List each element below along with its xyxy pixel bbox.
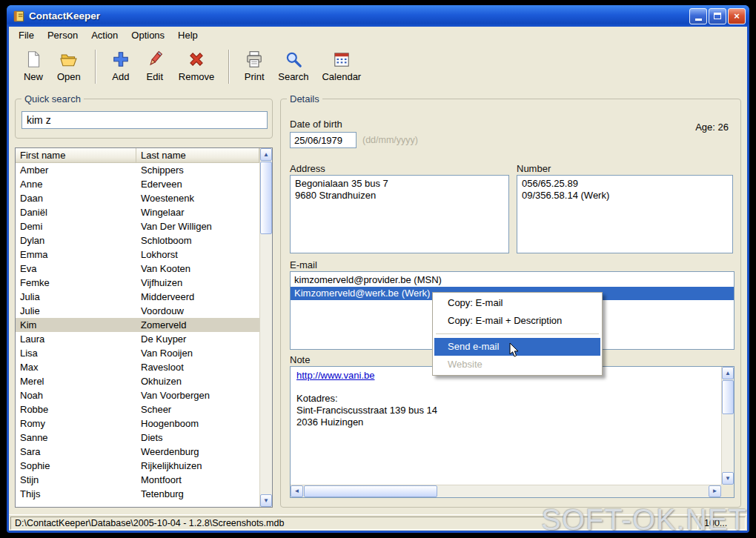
search-magnifier-icon xyxy=(283,49,304,70)
remove-button[interactable]: Remove xyxy=(172,47,221,84)
scroll-down-icon[interactable]: ▼ xyxy=(722,472,734,485)
note-vertical-scrollbar[interactable]: ▲ ▼ xyxy=(721,367,734,485)
context-menu-item[interactable]: Copy: E-mail + Description xyxy=(434,312,600,330)
contact-row[interactable]: FemkeVijfhuizen xyxy=(16,276,259,290)
tool-label: Print xyxy=(245,71,265,82)
contact-row[interactable]: EvaVan Kooten xyxy=(16,262,259,276)
menu-help[interactable]: Help xyxy=(171,27,205,43)
contact-row[interactable]: SaraWeerdenburg xyxy=(16,445,259,459)
scrollbar-corner xyxy=(721,485,734,497)
maximize-button[interactable] xyxy=(709,8,726,24)
scroll-thumb[interactable] xyxy=(304,485,437,497)
contact-last-name: Okhuizen xyxy=(136,374,259,388)
contact-row[interactable]: AmberSchippers xyxy=(16,163,259,177)
contact-row[interactable]: LisaVan Rooijen xyxy=(16,346,259,360)
window-title: ContactKeeper xyxy=(29,10,689,21)
address-field[interactable]: Begonialaan 35 bus 7 9680 Strandhuizen xyxy=(290,175,509,253)
printer-icon xyxy=(244,49,265,70)
contact-first-name: Stijn xyxy=(16,473,136,487)
contact-row[interactable]: StijnMontfoort xyxy=(16,473,259,487)
dob-input[interactable] xyxy=(290,132,357,148)
note-link[interactable]: http://www.vani.be xyxy=(296,370,375,381)
contact-last-name: De Kuyper xyxy=(136,332,259,346)
menu-action[interactable]: Action xyxy=(84,27,125,43)
quick-search-input[interactable] xyxy=(21,111,268,129)
details-label: Details xyxy=(287,93,322,104)
add-plus-icon xyxy=(110,49,131,70)
contact-row[interactable]: EmmaLokhorst xyxy=(16,248,259,262)
titlebar[interactable]: ContactKeeper × xyxy=(7,5,749,27)
scroll-down-icon[interactable]: ▼ xyxy=(260,494,272,507)
contact-row[interactable]: AnneEderveen xyxy=(16,177,259,191)
contact-row[interactable]: RomyHoogenboom xyxy=(16,416,259,431)
minimize-button[interactable] xyxy=(689,8,707,24)
edit-button[interactable]: Edit xyxy=(138,47,172,84)
contact-first-name: Sophie xyxy=(16,459,136,473)
contact-row[interactable]: DemiVan Der Willigen xyxy=(16,219,259,233)
contact-last-name: Van Der Willigen xyxy=(136,219,259,233)
tool-label: Search xyxy=(278,71,308,82)
contact-row[interactable]: DylanSchlotboom xyxy=(16,233,259,248)
context-menu-item[interactable]: Copy: E-mail xyxy=(434,294,600,312)
scroll-left-icon[interactable]: ◄ xyxy=(291,485,303,497)
contact-last-name: Hoogenboom xyxy=(136,416,259,431)
contact-row[interactable]: DaanWoestenenk xyxy=(16,191,259,205)
scroll-right-icon[interactable]: ► xyxy=(709,485,721,497)
contact-first-name: Anne xyxy=(16,177,136,191)
scroll-up-icon[interactable]: ▲ xyxy=(722,367,734,379)
contact-last-name: Rijkelijkhuizen xyxy=(136,459,259,473)
contact-row[interactable]: ThijsTetenburg xyxy=(16,487,259,501)
contact-row[interactable]: KimZomerveld xyxy=(16,318,259,332)
email-item[interactable]: kimzomerveld@provider.be (MSN) xyxy=(291,273,734,287)
column-last-name[interactable]: Last name xyxy=(136,148,259,163)
calendar-button[interactable]: Calendar xyxy=(315,47,368,84)
contact-row[interactable]: NoahVan Voorbergen xyxy=(16,388,259,402)
contact-row[interactable]: JulieVoordouw xyxy=(16,304,259,318)
new-button[interactable]: New xyxy=(16,47,50,84)
contact-last-name: Ederveen xyxy=(136,177,259,191)
minimize-icon xyxy=(695,19,702,21)
scroll-thumb[interactable] xyxy=(722,380,734,414)
tool-label: Calendar xyxy=(322,71,361,82)
contact-first-name: Sanne xyxy=(16,431,136,445)
note-horizontal-scrollbar[interactable]: ◄ ► xyxy=(291,485,721,497)
contact-last-name: Van Rooijen xyxy=(136,346,259,360)
contact-first-name: Merel xyxy=(16,374,136,388)
column-first-name[interactable]: First name xyxy=(16,148,136,163)
search-button[interactable]: Search xyxy=(271,47,315,84)
open-folder-icon xyxy=(59,49,79,70)
contact-first-name: Noah xyxy=(16,388,136,402)
contact-row[interactable]: RobbeScheer xyxy=(16,402,259,416)
close-button[interactable]: × xyxy=(728,8,746,24)
menu-person[interactable]: Person xyxy=(41,27,84,43)
watermark: SOFT-OK.NET xyxy=(541,503,747,537)
contact-last-name: Van Voorbergen xyxy=(136,388,259,402)
contact-row[interactable]: DaniëlWingelaar xyxy=(16,205,259,219)
number-field[interactable]: 056/65.25.89 09/356.58.14 (Werk) xyxy=(517,175,733,253)
open-button[interactable]: Open xyxy=(50,47,87,84)
app-icon xyxy=(13,10,26,23)
contact-first-name: Romy xyxy=(16,416,136,431)
age-value: Age: 26 xyxy=(695,122,729,133)
contact-row[interactable]: MerelOkhuizen xyxy=(16,374,259,388)
contact-row[interactable]: SophieRijkelijkhuizen xyxy=(16,459,259,473)
menu-options[interactable]: Options xyxy=(125,27,171,43)
contacts-scrollbar[interactable]: ▲ ▼ xyxy=(259,148,272,507)
contact-last-name: Wingelaar xyxy=(136,205,259,219)
context-menu: Copy: E-mailCopy: E-mail + DescriptionSe… xyxy=(432,292,603,376)
scroll-thumb[interactable] xyxy=(260,162,272,234)
add-button[interactable]: Add xyxy=(104,47,138,84)
contact-first-name: Robbe xyxy=(16,402,136,416)
tool-label: Edit xyxy=(147,71,163,82)
scroll-up-icon[interactable]: ▲ xyxy=(260,148,272,161)
contact-last-name: Woestenenk xyxy=(136,191,259,205)
contact-row[interactable]: LauraDe Kuyper xyxy=(16,332,259,346)
menu-file[interactable]: File xyxy=(12,27,41,43)
contact-first-name: Amber xyxy=(16,163,136,177)
contact-row[interactable]: JuliaMidderveerd xyxy=(16,290,259,304)
contact-row[interactable]: SanneDiets xyxy=(16,431,259,445)
mouse-cursor xyxy=(509,342,520,360)
note-field[interactable]: http://www.vani.be Kotadres: Sint-Franci… xyxy=(290,366,735,498)
contact-row[interactable]: MaxRavesloot xyxy=(16,360,259,374)
print-button[interactable]: Print xyxy=(237,47,271,84)
